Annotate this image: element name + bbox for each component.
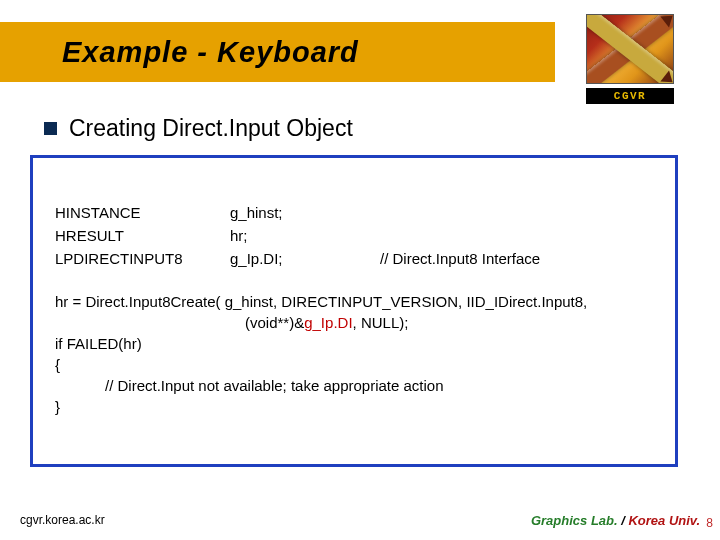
decl-comment (380, 225, 653, 246)
page-number: 8 (706, 516, 713, 530)
code-line: hr = Direct.Input8Create( g_hinst, DIREC… (55, 291, 653, 312)
code-frag: , NULL); (353, 314, 409, 331)
decl-type: HINSTANCE (55, 202, 230, 223)
footer: cgvr.korea.ac.kr Graphics Lab. / Korea U… (20, 511, 700, 529)
heading-row: Creating Direct.Input Object (44, 115, 353, 142)
decl-var: g_Ip.DI; (230, 248, 380, 269)
footer-lab: Graphics Lab. (531, 513, 618, 528)
decl-type: HRESULT (55, 225, 230, 246)
decl-var: hr; (230, 225, 380, 246)
heading-text: Creating Direct.Input Object (69, 115, 353, 142)
footer-univ: Korea Univ. (628, 513, 700, 528)
slide-title: Example - Keyboard (62, 36, 359, 69)
code-line: } (55, 396, 653, 417)
code-line: // Direct.Input not available; take appr… (55, 375, 653, 396)
square-bullet-icon (44, 122, 57, 135)
declaration-grid: HINSTANCE g_hinst; HRESULT hr; LPDIRECTI… (55, 202, 653, 269)
decl-var: g_hinst; (230, 202, 380, 223)
code-line: if FAILED(hr) (55, 333, 653, 354)
x-logo-icon (586, 14, 674, 84)
code-line: (void**)&g_Ip.DI, NULL); (55, 312, 653, 333)
footer-url: cgvr.korea.ac.kr (20, 513, 105, 527)
title-bar: Example - Keyboard (0, 22, 555, 82)
code-highlight: g_Ip.DI (304, 314, 352, 331)
footer-credits: Graphics Lab. / Korea Univ. (531, 513, 700, 528)
decl-comment: // Direct.Input8 Interface (380, 248, 653, 269)
code-line: { (55, 354, 653, 375)
decl-type: LPDIRECTINPUT8 (55, 248, 230, 269)
code-frag: (void**)& (245, 314, 304, 331)
decl-comment (380, 202, 653, 223)
footer-sep: / (618, 513, 629, 528)
cgvr-badge: CGVR (586, 88, 674, 104)
code-block: HINSTANCE g_hinst; HRESULT hr; LPDIRECTI… (30, 155, 678, 467)
